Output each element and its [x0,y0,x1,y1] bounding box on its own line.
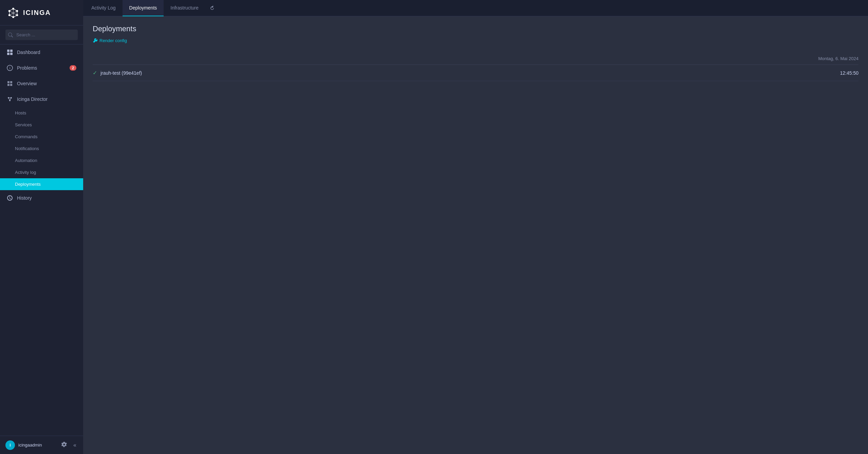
wrench-icon [93,38,97,43]
overview-icon [7,80,13,87]
deployments-label: Deployments [15,182,41,187]
tab-infrastructure[interactable]: Infrastructure [164,0,205,16]
overview-label: Overview [17,81,76,86]
sidebar-item-dashboard[interactable]: Dashboard [0,44,83,60]
sidebar-item-activity-log[interactable]: Activity log [0,166,83,178]
tab-deployments-label: Deployments [129,5,157,11]
sidebar-item-automation[interactable]: Automation [0,155,83,166]
svg-line-6 [13,9,17,11]
notifications-label: Notifications [15,146,39,151]
sidebar-item-services[interactable]: Services [0,119,83,131]
reload-button[interactable] [205,0,219,16]
sidebar-item-icinga-director[interactable]: Icinga Director [0,91,83,107]
sidebar-footer: i icingaadmin « [0,436,83,454]
sidebar-item-overview[interactable]: Overview [0,76,83,91]
director-icon [7,96,13,102]
deployments-table: Montag, 6. Mai 2024 ✓ jrauh-test (99e41e… [93,53,858,81]
problems-label: Problems [17,65,66,71]
svg-rect-15 [7,50,10,52]
automation-label: Automation [15,158,37,163]
svg-rect-17 [7,53,10,55]
avatar: i [5,440,15,450]
page-title: Deployments [93,24,858,33]
problems-badge: 2 [70,65,76,71]
svg-line-11 [10,9,13,11]
svg-rect-18 [10,53,13,55]
search-container [0,25,83,44]
tab-infrastructure-label: Infrastructure [170,5,198,11]
check-icon: ✓ [93,70,97,76]
collapse-sidebar-button[interactable]: « [72,441,78,450]
history-label: History [17,195,76,201]
director-label: Icinga Director [17,96,76,102]
deployment-name: jrauh-test (99e41ef) [100,70,142,76]
render-config-link[interactable]: Render config [93,38,127,43]
page-content: Deployments Render config Montag, 6. Mai… [83,16,868,454]
sidebar-item-history[interactable]: History [0,190,83,206]
tab-activity-log[interactable]: Activity Log [85,0,123,16]
svg-rect-16 [10,50,13,52]
date-row: Montag, 6. Mai 2024 [93,53,858,65]
hosts-label: Hosts [15,110,26,115]
sidebar: ICINGA Dashboard i Problems 2 Overview [0,0,83,454]
table-row[interactable]: ✓ jrauh-test (99e41ef) 12:45:50 [93,65,858,81]
logo-text: ICINGA [23,9,51,17]
svg-line-9 [10,15,13,17]
svg-line-25 [8,98,10,101]
dashboard-label: Dashboard [17,50,76,55]
history-icon [7,195,13,201]
commands-label: Commands [15,134,37,139]
sidebar-item-deployments[interactable]: Deployments [0,178,83,190]
date-label: Montag, 6. Mai 2024 [514,53,858,65]
icinga-logo-icon [7,6,20,19]
deployment-name-cell: ✓ jrauh-test (99e41ef) [93,70,514,76]
top-tabs-bar: Activity Log Deployments Infrastructure [83,0,868,16]
search-icon [8,33,13,37]
sidebar-item-notifications[interactable]: Notifications [0,143,83,155]
activity-log-label: Activity log [15,170,36,175]
render-config-label: Render config [99,38,127,43]
tab-activity-log-label: Activity Log [91,5,116,11]
reload-icon [209,5,215,11]
tab-deployments[interactable]: Deployments [123,0,164,16]
services-label: Services [15,122,32,127]
logo-area: ICINGA [0,0,83,25]
svg-text:i: i [10,66,10,70]
sidebar-item-problems[interactable]: i Problems 2 [0,60,83,76]
svg-line-26 [10,98,11,101]
sidebar-item-hosts[interactable]: Hosts [0,107,83,119]
problems-icon: i [7,65,13,71]
settings-button[interactable] [60,440,69,450]
main-content: Activity Log Deployments Infrastructure … [83,0,868,454]
gear-icon [61,441,67,448]
deployment-time: 12:45:50 [514,65,858,81]
dashboard-icon [7,49,13,55]
search-input[interactable] [5,30,78,40]
username: icingaadmin [18,442,56,448]
svg-line-8 [13,15,17,17]
sidebar-item-commands[interactable]: Commands [0,131,83,143]
